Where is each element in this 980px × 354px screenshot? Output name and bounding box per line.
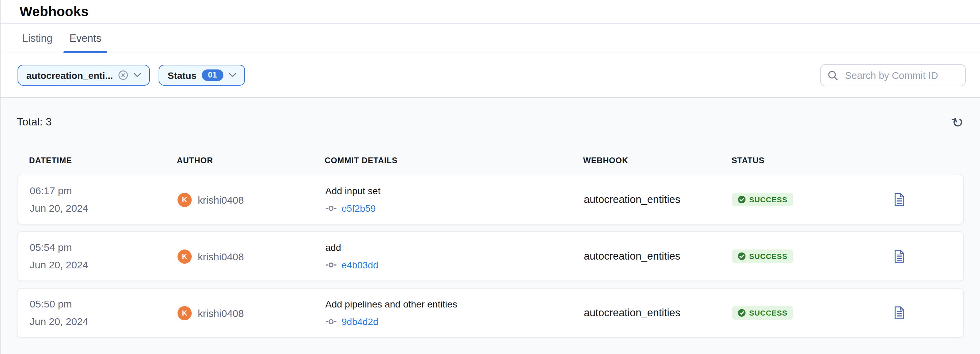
column-header-author: AUTHOR xyxy=(177,156,325,165)
commit-details-cell: Add input set e5f2b59 xyxy=(325,182,584,217)
commit-id-link[interactable]: 9db4d2d xyxy=(342,313,378,330)
datetime-cell: 05:54 pm Jun 20, 2024 xyxy=(30,239,178,274)
git-commit-icon xyxy=(325,317,337,326)
table-row[interactable]: 05:54 pm Jun 20, 2024 K krishi0408 add e… xyxy=(17,231,964,281)
tab-bar: Listing Events xyxy=(1,24,980,53)
document-icon[interactable] xyxy=(894,249,904,263)
datetime-cell: 06:17 pm Jun 20, 2024 xyxy=(30,182,178,217)
status-label: SUCCESS xyxy=(749,195,787,204)
status-cell: SUCCESS xyxy=(732,193,894,206)
tab-events[interactable]: Events xyxy=(64,24,108,52)
commit-details-cell: add e4b03dd xyxy=(325,239,584,274)
actions-cell xyxy=(894,193,963,206)
commit-message: Add pipelines and other entities xyxy=(325,295,457,313)
author-cell: K krishi0408 xyxy=(178,192,325,207)
status-filter-chip[interactable]: Status 01 xyxy=(159,65,245,86)
column-header-commit-details: COMMIT DETAILS xyxy=(325,156,583,165)
webhook-name: autocreation_entities xyxy=(584,250,680,262)
column-header-status: STATUS xyxy=(732,156,894,165)
search-icon xyxy=(827,70,838,81)
actions-cell xyxy=(894,249,963,263)
status-badge: SUCCESS xyxy=(732,306,793,320)
filter-bar: autocreation_enti... Status 01 xyxy=(1,53,980,98)
status-filter-label: Status xyxy=(168,70,197,81)
table-row[interactable]: 06:17 pm Jun 20, 2024 K krishi0408 Add i… xyxy=(17,175,964,225)
webhook-filter-label: autocreation_enti... xyxy=(26,70,113,81)
status-badge: SUCCESS xyxy=(732,193,793,206)
document-icon[interactable] xyxy=(894,193,904,206)
webhook-cell: autocreation_entities xyxy=(584,250,732,262)
total-count-text: Total: 3 xyxy=(17,116,52,128)
webhook-name: autocreation_entities xyxy=(584,307,680,319)
search-input[interactable] xyxy=(844,69,972,81)
page-header: Webhooks xyxy=(1,0,980,24)
avatar: K xyxy=(178,306,192,320)
chevron-down-icon[interactable] xyxy=(134,73,142,78)
avatar: K xyxy=(178,249,192,263)
actions-cell xyxy=(894,306,963,320)
commit-id-link[interactable]: e4b03dd xyxy=(342,256,378,274)
check-circle-icon xyxy=(738,309,746,317)
commit-message: Add input set xyxy=(325,182,380,200)
event-time: 06:17 pm xyxy=(30,182,72,200)
column-header-webhook: WEBHOOK xyxy=(583,156,732,165)
author-cell: K krishi0408 xyxy=(178,249,325,263)
commit-search-box xyxy=(820,64,966,86)
tab-listing[interactable]: Listing xyxy=(22,24,52,52)
status-label: SUCCESS xyxy=(749,309,787,317)
datetime-cell: 05:50 pm Jun 20, 2024 xyxy=(30,295,178,330)
status-cell: SUCCESS xyxy=(732,306,894,320)
author-name: krishi0408 xyxy=(198,307,244,319)
event-time: 05:50 pm xyxy=(30,295,72,313)
refresh-icon[interactable]: ↻ xyxy=(950,114,966,130)
webhook-cell: autocreation_entities xyxy=(584,194,732,206)
author-name: krishi0408 xyxy=(198,251,244,262)
status-filter-count-badge: 01 xyxy=(202,70,223,81)
events-content: Total: 3 ↻ DATETIME AUTHOR COMMIT DETAIL… xyxy=(1,98,980,354)
webhook-name: autocreation_entities xyxy=(584,194,680,206)
event-date: Jun 20, 2024 xyxy=(30,313,88,330)
webhook-filter-chip[interactable]: autocreation_enti... xyxy=(18,65,150,86)
commit-message: add xyxy=(325,239,341,256)
commit-details-cell: Add pipelines and other entities 9db4d2d xyxy=(325,295,584,330)
commit-id-link[interactable]: e5f2b59 xyxy=(342,200,375,217)
total-row: Total: 3 ↻ xyxy=(17,98,964,146)
status-badge: SUCCESS xyxy=(732,249,793,263)
document-icon[interactable] xyxy=(894,306,904,320)
event-date: Jun 20, 2024 xyxy=(30,200,88,217)
avatar: K xyxy=(178,192,192,207)
event-date: Jun 20, 2024 xyxy=(30,256,88,274)
author-cell: K krishi0408 xyxy=(178,306,325,320)
git-commit-icon xyxy=(325,261,337,269)
check-circle-icon xyxy=(738,195,746,204)
table-header: DATETIME AUTHOR COMMIT DETAILS WEBHOOK S… xyxy=(17,146,964,175)
column-header-datetime: DATETIME xyxy=(29,156,177,165)
table-row[interactable]: 05:50 pm Jun 20, 2024 K krishi0408 Add p… xyxy=(17,288,964,338)
author-name: krishi0408 xyxy=(198,194,244,205)
event-time: 05:54 pm xyxy=(30,239,72,256)
git-commit-icon xyxy=(325,204,337,213)
status-cell: SUCCESS xyxy=(732,249,894,263)
webhook-cell: autocreation_entities xyxy=(584,307,732,319)
status-label: SUCCESS xyxy=(749,252,787,260)
page-title: Webhooks xyxy=(19,4,89,19)
check-circle-icon xyxy=(738,252,746,260)
chevron-down-icon[interactable] xyxy=(229,73,236,78)
webhooks-page: Webhooks Listing Events autocreation_ent… xyxy=(0,0,980,354)
x-circle-icon[interactable] xyxy=(118,70,129,80)
